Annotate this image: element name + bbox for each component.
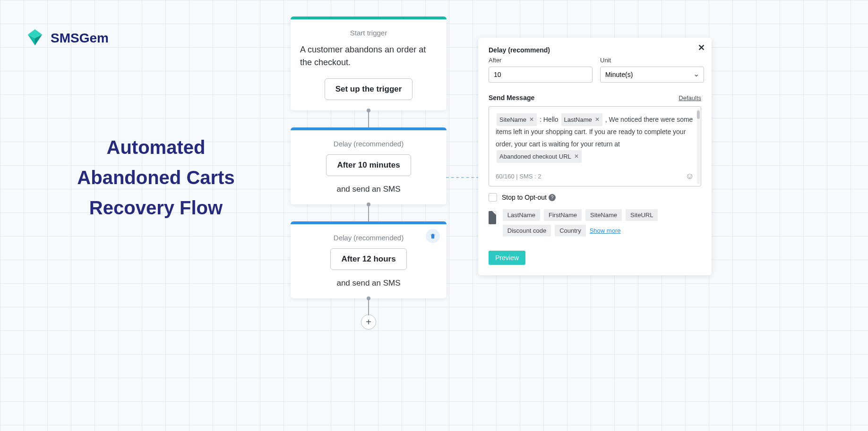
delay-card-2[interactable]: Delay (recommended) After 12 hours and s… <box>291 221 447 298</box>
emoji-icon[interactable]: ☺ <box>686 171 694 181</box>
unit-select[interactable]: Minute(s) <box>600 67 704 83</box>
message-textarea[interactable]: SiteName✕ : Hello LastName✕ , We noticed… <box>489 106 701 186</box>
preview-button[interactable]: Preview <box>489 251 525 265</box>
remove-tag-icon[interactable]: ✕ <box>574 152 579 162</box>
delay-1-label: Delay (recommended) <box>300 140 437 148</box>
show-more-link[interactable]: Show more <box>590 227 621 234</box>
msg-text: : Hello <box>540 116 559 123</box>
optout-label: Stop to Opt-out <box>502 194 547 201</box>
close-icon[interactable]: ✕ <box>698 42 705 53</box>
defaults-link[interactable]: Defaults <box>679 94 701 101</box>
chip-country[interactable]: Country <box>555 225 586 237</box>
delay-2-button[interactable]: After 12 hours <box>330 248 406 270</box>
brand-name: SMSGem <box>51 31 109 46</box>
connector-dashed <box>446 177 479 178</box>
delay-section-title: Delay (recommend) <box>489 46 701 54</box>
setup-trigger-button[interactable]: Set up the trigger <box>325 78 413 100</box>
optout-checkbox[interactable] <box>489 193 497 202</box>
headline-line-1: Automated <box>43 132 269 162</box>
tag-abandoned-url[interactable]: Abandoned checkout URL✕ <box>497 150 582 163</box>
scrollbar[interactable] <box>697 109 700 184</box>
page-headline: Automated Abandoned Carts Recovery Flow <box>43 132 269 223</box>
help-icon[interactable]: ? <box>549 194 556 201</box>
delay-card-1[interactable]: Delay (recommended) After 10 minutes and… <box>291 127 447 204</box>
headline-line-2: Abandoned Carts <box>43 162 269 193</box>
chip-siteurl[interactable]: SiteURL <box>626 209 658 221</box>
trigger-card[interactable]: Start trigger A customer abandons an ord… <box>291 17 447 110</box>
flow-column: Start trigger A customer abandons an ord… <box>288 17 449 330</box>
chip-firstname[interactable]: FirstName <box>544 209 582 221</box>
trigger-description: A customer abandons an order at the chec… <box>300 43 437 69</box>
connector-line <box>368 298 369 315</box>
document-icon <box>489 211 496 224</box>
delete-step-button[interactable] <box>426 229 440 243</box>
remove-tag-icon[interactable]: ✕ <box>529 115 534 125</box>
chip-discount[interactable]: Discount code <box>503 225 551 237</box>
brand-logo: SMSGem <box>26 28 109 48</box>
delay-2-label: Delay (recommended) <box>300 234 437 242</box>
chip-sitename[interactable]: SiteName <box>585 209 622 221</box>
remove-tag-icon[interactable]: ✕ <box>595 115 600 125</box>
edit-panel: ✕ Delay (recommend) After Unit Minute(s)… <box>478 38 712 275</box>
headline-line-3: Recovery Flow <box>43 193 269 223</box>
tag-sitename[interactable]: SiteName✕ <box>497 113 537 126</box>
connector-line <box>368 204 369 221</box>
after-input[interactable] <box>489 67 593 83</box>
unit-label: Unit <box>600 57 704 64</box>
add-step-button[interactable]: + <box>361 314 376 330</box>
after-label: After <box>489 57 593 64</box>
trash-icon <box>430 233 436 239</box>
delay-2-action: and send an SMS <box>300 279 437 288</box>
trigger-label: Start trigger <box>300 29 437 37</box>
connector-line <box>368 110 369 127</box>
chip-lastname[interactable]: LastName <box>503 209 540 221</box>
delay-1-action: and send an SMS <box>300 185 437 194</box>
delay-1-button[interactable]: After 10 minutes <box>326 154 411 176</box>
char-counter: 60/160 | SMS : 2 <box>496 173 541 180</box>
send-message-title: Send Message <box>489 94 534 101</box>
tag-lastname[interactable]: LastName✕ <box>561 113 602 126</box>
gem-icon <box>26 28 44 48</box>
